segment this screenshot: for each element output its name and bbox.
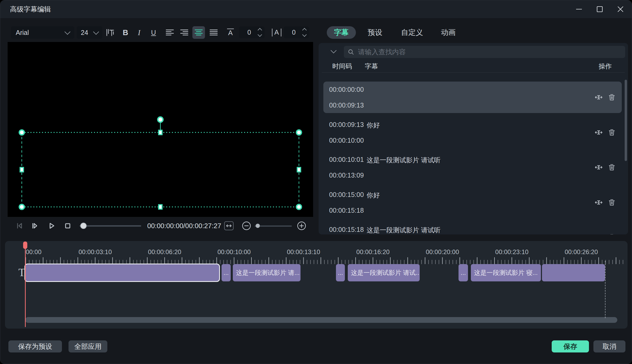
timeline-zoom-in-button[interactable] [297, 221, 306, 231]
rotate-handle[interactable] [158, 117, 163, 122]
timeline-clip[interactable]: ... [336, 264, 345, 281]
delete-icon [608, 129, 616, 136]
vertical-text-button[interactable] [104, 26, 116, 39]
timeline-clip[interactable]: 这是一段测试影片 请... [233, 264, 301, 281]
header-divider [322, 72, 625, 73]
vertical-scrollbar-thumb[interactable] [625, 80, 627, 161]
subtitle-row-actions [594, 152, 616, 183]
apply-all-button[interactable]: 全部应用 [69, 340, 107, 352]
tab-custom[interactable]: 自定义 [400, 26, 424, 39]
delete-subtitle-button[interactable] [608, 198, 616, 207]
split-subtitle-button[interactable] [594, 198, 603, 207]
resize-handle-right-middle[interactable] [297, 168, 301, 172]
timeline-clip[interactable] [542, 264, 605, 281]
split-subtitle-button[interactable] [594, 163, 603, 172]
playback-progress-thumb[interactable] [80, 223, 87, 229]
resize-handle-left-middle[interactable] [20, 168, 24, 172]
align-left-button[interactable] [164, 26, 176, 39]
timeline-panel: 00:0000:00:03:1000:00:06:2000:00:10:0000… [5, 241, 628, 329]
tab-subtitle[interactable]: 字幕 [327, 26, 356, 39]
timeline-clip-label: ... [338, 269, 343, 276]
horizontal-scrollbar-thumb[interactable] [25, 317, 617, 323]
align-justify-button[interactable] [207, 26, 220, 39]
delete-icon [608, 93, 616, 101]
save-as-preset-button[interactable]: 保存为预设 [8, 340, 62, 352]
letter-spacing-stepper[interactable]: 0 [284, 26, 309, 38]
align-right-button[interactable] [178, 26, 191, 39]
delete-subtitle-button[interactable] [608, 93, 616, 101]
cancel-button[interactable]: 取消 [593, 340, 625, 352]
subtitle-end-timecode[interactable]: 00:00:09:13 [329, 101, 364, 109]
text-selection-box[interactable] [8, 42, 313, 217]
bold-button[interactable]: B [119, 26, 132, 39]
playhead-handle[interactable] [23, 242, 27, 249]
italic-button[interactable]: I [133, 26, 145, 39]
next-frame-button[interactable] [30, 221, 40, 231]
subtitle-row[interactable]: 00:00:09:1300:00:10:00你好 [323, 117, 622, 148]
search-input[interactable] [357, 48, 622, 56]
resize-handle-top-center[interactable] [159, 130, 162, 135]
line-spacing-button[interactable]: A [224, 26, 237, 39]
letter-spacing-button[interactable]: A [270, 26, 283, 39]
timeline-zoom-track[interactable] [255, 226, 292, 227]
preview-canvas[interactable] [8, 42, 313, 217]
font-family-select[interactable]: Arial [11, 26, 74, 39]
tab-animation[interactable]: 动画 [440, 26, 456, 39]
align-center-button[interactable] [192, 26, 205, 39]
timeline-clip[interactable]: ... [222, 264, 231, 281]
playhead-line[interactable] [25, 242, 26, 327]
stepper-arrows[interactable] [301, 27, 309, 38]
subtitle-text[interactable]: 你好 [367, 121, 380, 130]
tab-presets[interactable]: 预设 [366, 26, 384, 39]
delete-subtitle-button[interactable] [608, 233, 616, 234]
delete-subtitle-button[interactable] [608, 163, 616, 172]
subtitle-start-timecode[interactable]: 00:00:09:13 [329, 121, 364, 129]
fit-to-window-button[interactable] [224, 221, 234, 230]
subtitle-start-timecode[interactable]: 00:00:15:00 [329, 191, 364, 199]
subtitle-start-timecode[interactable]: 00:00:15:18 [329, 226, 364, 233]
resize-handle-top-left[interactable] [19, 130, 24, 135]
underline-button[interactable]: U [147, 26, 160, 39]
timeline-clip[interactable]: ... [459, 264, 468, 281]
stop-button[interactable] [63, 221, 72, 231]
timeline-zoom-thumb[interactable] [256, 224, 260, 228]
align-left-icon [166, 29, 174, 36]
subtitle-row[interactable]: 00:00:15:18这是一段测试影片 请试听 [323, 222, 622, 234]
play-button[interactable] [47, 221, 56, 231]
resize-handle-bottom-right[interactable] [297, 205, 302, 210]
subtitle-row[interactable]: 00:00:15:0000:00:15:18你好 [323, 187, 622, 218]
line-spacing-stepper[interactable]: 0 [239, 26, 265, 38]
previous-frame-button[interactable] [15, 221, 24, 231]
collapse-search-button[interactable] [330, 48, 338, 55]
split-subtitle-button[interactable] [594, 128, 603, 137]
subtitle-end-timecode[interactable]: 00:00:10:00 [329, 137, 364, 144]
search-bar[interactable] [344, 46, 625, 58]
subtitle-row[interactable]: 00:00:10:0100:00:13:09这是一段测试影片 请试听 [323, 152, 622, 183]
subtitle-row[interactable]: 00:00:00:0000:00:09:13 [323, 82, 622, 113]
save-button[interactable]: 保存 [552, 340, 589, 352]
close-button[interactable] [614, 3, 627, 16]
minimize-button[interactable] [572, 3, 586, 16]
subtitle-text[interactable]: 你好 [367, 191, 380, 200]
timeline-clip[interactable] [24, 264, 220, 282]
timeline-clip[interactable]: 这是一段测试影片 寝... [471, 264, 541, 281]
font-size-select[interactable]: 24 [77, 26, 102, 39]
subtitle-start-timecode[interactable]: 00:00:10:01 [329, 156, 364, 163]
subtitle-end-timecode[interactable]: 00:00:15:18 [329, 207, 364, 214]
subtitle-text[interactable]: 这是一段测试影片 请试听 [367, 156, 441, 164]
subtitle-text[interactable]: 这是一段测试影片 请试听 [367, 226, 441, 234]
subtitle-start-timecode[interactable]: 00:00:00:00 [329, 86, 364, 93]
align-right-icon [180, 29, 188, 36]
resize-handle-top-right[interactable] [297, 130, 302, 135]
timeline-zoom-out-button[interactable] [242, 221, 251, 231]
split-subtitle-button[interactable] [594, 233, 603, 234]
stepper-arrows[interactable] [257, 27, 265, 38]
maximize-button[interactable] [593, 3, 606, 16]
subtitle-end-timecode[interactable]: 00:00:13:09 [329, 172, 364, 179]
delete-subtitle-button[interactable] [608, 128, 616, 137]
playback-progress-track[interactable] [80, 225, 141, 227]
resize-handle-bottom-left[interactable] [19, 205, 24, 210]
split-subtitle-button[interactable] [594, 93, 603, 101]
timeline-clip[interactable]: 这是一段测试影片 请试... [348, 264, 420, 281]
resize-handle-bottom-center[interactable] [159, 205, 162, 209]
